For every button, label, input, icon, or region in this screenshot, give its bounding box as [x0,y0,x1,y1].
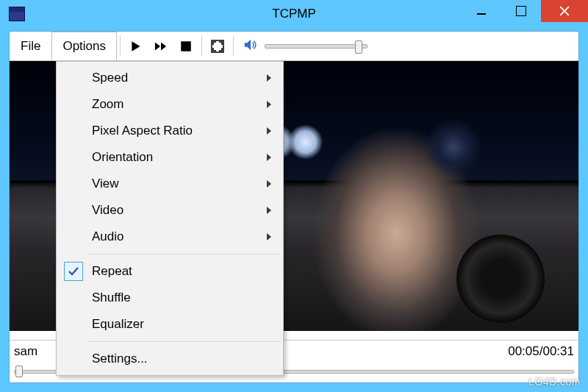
menu-item-view[interactable]: View [58,171,282,197]
app-frame: File Options [9,31,579,383]
watermark: LO4D.com [528,376,581,388]
menu-item-label: Equalizer [92,317,144,332]
volume-control [237,32,373,60]
toolbar-separator [233,36,234,56]
menu-separator [87,254,280,254]
toolbar-separator [201,36,202,56]
menu-item-label: Zoom [92,97,123,112]
submenu-arrow-icon [267,233,271,240]
menu-item-orientation[interactable]: Orientation [58,144,282,171]
svg-rect-0 [181,41,191,51]
menu-item-speed[interactable]: Speed [58,65,282,91]
volume-slider[interactable] [265,44,368,49]
window-titlebar: TCPMP [0,0,588,28]
submenu-arrow-icon [267,180,271,188]
menu-item-audio[interactable]: Audio [58,224,282,250]
submenu-arrow-icon [267,154,271,161]
submenu-arrow-icon [267,74,271,82]
time-display: 00:05/00:31 [508,344,574,359]
menu-item-label: Pixel Aspect Ratio [92,124,193,138]
menu-file[interactable]: File [10,32,51,60]
volume-icon[interactable] [243,37,259,56]
menu-item-label: Repeat [92,264,132,279]
menu-item-label: Settings... [92,352,148,366]
toolbar-separator [120,36,121,56]
play-button[interactable] [123,32,148,60]
submenu-arrow-icon [267,101,271,108]
checkmark-icon [64,262,83,281]
menu-item-shuffle[interactable]: Shuffle [58,285,282,311]
menu-item-label: Shuffle [92,291,131,305]
minimize-button[interactable] [462,0,501,22]
menu-item-pixel-aspect-ratio[interactable]: Pixel Aspect Ratio [58,118,282,144]
fast-forward-button[interactable] [148,32,173,60]
menu-item-label: Speed [92,71,128,85]
menu-item-label: Audio [92,229,123,244]
options-dropdown: Speed Zoom Pixel Aspect Ratio Orientatio… [56,61,284,376]
seek-thumb[interactable] [15,366,23,377]
submenu-arrow-icon [267,207,271,214]
menu-item-label: View [92,177,119,191]
close-button[interactable] [541,0,588,22]
menu-item-video[interactable]: Video [58,197,282,224]
volume-slider-thumb[interactable] [355,40,362,54]
filename-label: sam [14,344,37,359]
submenu-arrow-icon [267,127,271,135]
menu-item-label: Video [92,203,123,218]
window-controls [462,0,588,22]
stop-button[interactable] [173,32,198,60]
fullscreen-button[interactable] [205,32,230,60]
menu-item-repeat[interactable]: Repeat [58,258,282,285]
toolbar: File Options [10,32,578,61]
menu-item-equalizer[interactable]: Equalizer [58,311,282,338]
menu-item-zoom[interactable]: Zoom [58,91,282,118]
maximize-button[interactable] [501,0,541,22]
menu-item-label: Orientation [92,150,153,165]
menu-separator [87,341,280,342]
menu-item-settings[interactable]: Settings... [58,346,282,372]
menu-options[interactable]: Options [51,32,117,60]
